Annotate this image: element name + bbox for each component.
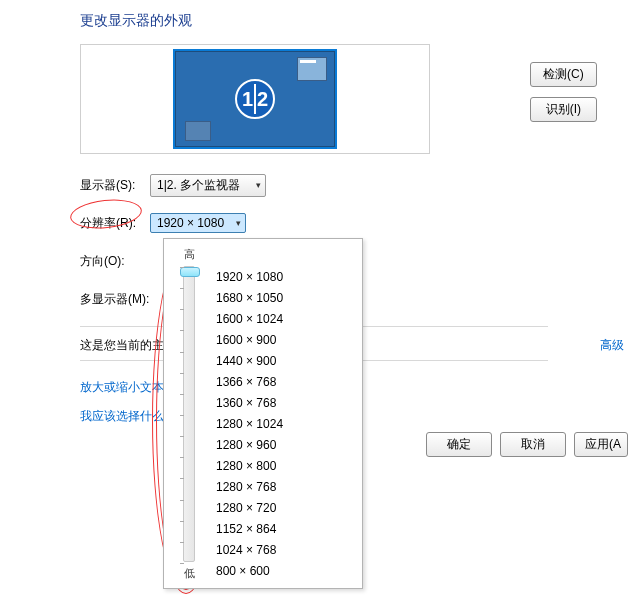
monitor-thumb-bottom <box>185 121 211 141</box>
advanced-link[interactable]: 高级 <box>600 337 624 354</box>
resolution-slider[interactable] <box>183 266 195 562</box>
resolution-option[interactable]: 1680 × 1050 <box>216 288 354 309</box>
slider-label-high: 高 <box>184 247 195 262</box>
label-multi: 多显示器(M): <box>80 291 150 308</box>
row-resolution: 分辨率(R): 1920 × 1080 <box>80 212 628 234</box>
resolution-option[interactable]: 1440 × 900 <box>216 351 354 372</box>
label-orientation: 方向(O): <box>80 253 150 270</box>
resolution-popup: 高 低 1920 × 10801680 × 10501600 × 1024160… <box>163 238 363 589</box>
bottom-button-row: 确定 取消 应用(A <box>426 432 628 457</box>
monitor-row: 1 2 检测(C) 识别(I) <box>0 44 628 154</box>
resolution-option[interactable]: 1280 × 800 <box>216 456 354 477</box>
label-display: 显示器(S): <box>80 177 150 194</box>
resolution-option[interactable]: 1152 × 864 <box>216 519 354 540</box>
slider-thumb[interactable] <box>180 267 200 277</box>
cancel-button[interactable]: 取消 <box>500 432 566 457</box>
current-main-text: 这是您当前的主 <box>80 337 164 354</box>
resolution-option[interactable]: 1366 × 768 <box>216 372 354 393</box>
slider-label-low: 低 <box>184 566 195 581</box>
monitor-preview[interactable]: 1 2 <box>173 49 337 149</box>
resolution-option[interactable]: 1280 × 1024 <box>216 414 354 435</box>
side-buttons: 检测(C) 识别(I) <box>530 44 597 122</box>
resolution-option[interactable]: 1280 × 720 <box>216 498 354 519</box>
resolution-option[interactable]: 1280 × 960 <box>216 435 354 456</box>
monitor-num-1: 1 <box>242 88 253 111</box>
slider-column: 高 低 <box>172 247 206 582</box>
resolution-option[interactable]: 1600 × 900 <box>216 330 354 351</box>
monitor-num-divider <box>254 84 256 114</box>
label-resolution: 分辨率(R): <box>80 215 150 232</box>
row-display: 显示器(S): 1|2. 多个监视器 <box>80 174 628 196</box>
page-title: 更改显示器的外观 <box>0 0 628 44</box>
monitor-num-2: 2 <box>257 88 268 111</box>
resolution-option[interactable]: 1920 × 1080 <box>216 267 354 288</box>
detect-button[interactable]: 检测(C) <box>530 62 597 87</box>
ok-button[interactable]: 确定 <box>426 432 492 457</box>
monitor-number-badge: 1 2 <box>235 79 275 119</box>
resolution-option[interactable]: 800 × 600 <box>216 561 354 582</box>
identify-button[interactable]: 识别(I) <box>530 97 597 122</box>
resolution-option[interactable]: 1600 × 1024 <box>216 309 354 330</box>
resolution-combo[interactable]: 1920 × 1080 <box>150 213 246 233</box>
monitor-preview-frame: 1 2 <box>80 44 430 154</box>
monitor-thumb-top <box>297 57 327 81</box>
apply-button[interactable]: 应用(A <box>574 432 628 457</box>
resolution-option[interactable]: 1280 × 768 <box>216 477 354 498</box>
resolution-list: 1920 × 10801680 × 10501600 × 10241600 × … <box>206 247 354 582</box>
display-combo[interactable]: 1|2. 多个监视器 <box>150 174 266 197</box>
resolution-option[interactable]: 1024 × 768 <box>216 540 354 561</box>
resolution-option[interactable]: 1360 × 768 <box>216 393 354 414</box>
